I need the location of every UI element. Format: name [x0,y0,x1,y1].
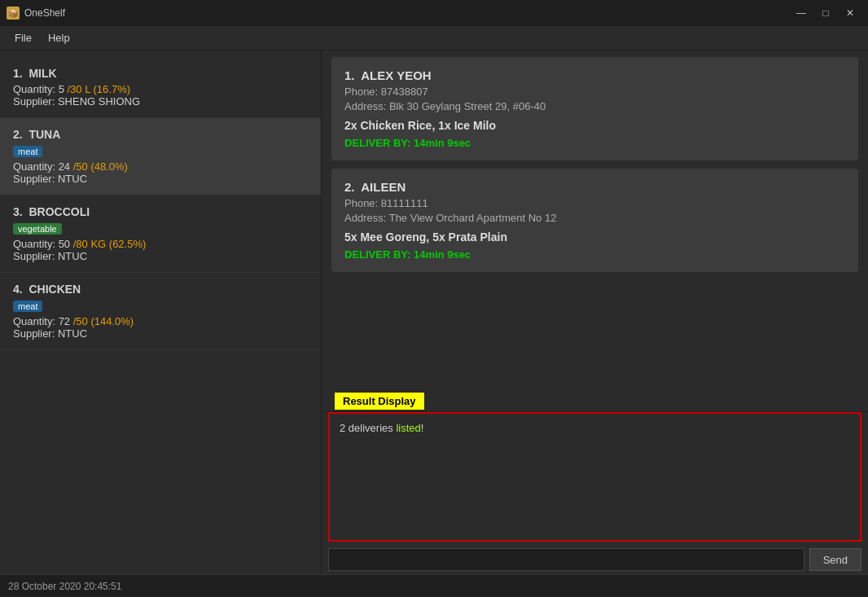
item-quantity-milk: Quantity: 5 /30 L (16.7%) [13,83,308,95]
stock-info-milk: /30 L (16.7%) [68,83,131,95]
menu-file[interactable]: File [7,29,40,47]
status-datetime: 28 October 2020 20:45:51 [8,581,121,592]
item-title-tuna: 2. TUNA [13,128,308,141]
left-panel: 1. MILK Quantity: 5 /30 L (16.7%) Suppli… [0,50,322,574]
item-quantity-chicken: Quantity: 72 /50 (144.0%) [13,315,308,327]
item-supplier-chicken: Supplier: NTUC [13,327,308,340]
minimize-button[interactable]: — [790,5,813,21]
item-quantity-tuna: Quantity: 24 /50 (48.0%) [13,160,308,173]
right-panel: 1. ALEX YEOH Phone: 87438807 Address: Bl… [322,50,868,574]
delivery-list: 1. ALEX YEOH Phone: 87438807 Address: Bl… [322,50,868,411]
app-icon: 📦 [7,7,20,20]
maximize-button[interactable]: □ [814,5,837,21]
result-display-tab: Result Display [335,393,424,410]
result-display-wrapper: Result Display 2 deliveries listed! [328,412,861,542]
status-bar: 28 October 2020 20:45:51 [0,574,868,597]
item-supplier-milk: Supplier: SHENG SHIONG [13,95,308,108]
delivery-order-aileen: 5x Mee Goreng, 5x Prata Plain [344,230,845,244]
item-tag-broccoli: vegetable [13,223,62,235]
delivery-card-alex[interactable]: 1. ALEX YEOH Phone: 87438807 Address: Bl… [331,57,858,160]
delivery-card-aileen[interactable]: 2. AILEEN Phone: 81111111 Address: The V… [331,169,858,272]
deliver-by-alex: DELIVER BY: 14min 9sec [344,137,845,149]
delivery-name-aileen: 2. AILEEN [344,180,845,194]
main-content: 1. MILK Quantity: 5 /30 L (16.7%) Suppli… [0,50,868,574]
result-display: 2 deliveries listed! [328,412,861,542]
delivery-name-alex: 1. ALEX YEOH [344,68,845,82]
item-title-milk: 1. MILK [13,67,308,80]
app-title: OneShelf [24,7,65,19]
menu-bar: File Help [0,26,868,50]
window-controls: — □ ✕ [790,5,861,21]
item-quantity-broccoli: Quantity: 50 /80 KG (62.5%) [13,238,308,250]
item-title-broccoli: 3. BROCCOLI [13,205,308,218]
inventory-item-broccoli[interactable]: 3. BROCCOLI vegetable Quantity: 50 /80 K… [0,195,321,273]
item-supplier-broccoli: Supplier: NTUC [13,250,308,262]
chat-input[interactable] [328,548,804,571]
bottom-area: Result Display 2 deliveries listed! Send [322,411,868,574]
title-bar-left: 📦 OneShelf [7,7,65,20]
inventory-item-milk[interactable]: 1. MILK Quantity: 5 /30 L (16.7%) Suppli… [0,57,321,118]
item-title-chicken: 4. CHICKEN [13,283,308,296]
item-tag-chicken: meat [13,301,42,312]
inventory-item-tuna[interactable]: 2. TUNA meat Quantity: 24 /50 (48.0%) Su… [0,118,321,195]
delivery-address-aileen: Address: The View Orchard Apartment No 1… [344,212,845,224]
result-highlight: listed [396,422,420,434]
deliver-by-aileen: DELIVER BY: 14min 9sec [344,248,845,261]
inventory-item-chicken[interactable]: 4. CHICKEN meat Quantity: 72 /50 (144.0%… [0,273,321,350]
send-button[interactable]: Send [809,548,861,571]
result-message: 2 deliveries listed! [340,422,423,434]
delivery-address-alex: Address: Blk 30 Geylang Street 29, #06-4… [344,100,845,112]
title-bar: 📦 OneShelf — □ ✕ [0,0,868,26]
input-row: Send [322,545,868,574]
quantity-value-milk: 5 [59,83,64,95]
menu-help[interactable]: Help [40,29,78,47]
delivery-order-alex: 2x Chicken Rice, 1x Ice Milo [344,119,845,132]
item-supplier-tuna: Supplier: NTUC [13,173,308,185]
item-tag-tuna: meat [13,146,42,157]
delivery-phone-alex: Phone: 87438807 [344,86,845,98]
delivery-phone-aileen: Phone: 81111111 [344,197,845,209]
close-button[interactable]: ✕ [839,5,861,21]
